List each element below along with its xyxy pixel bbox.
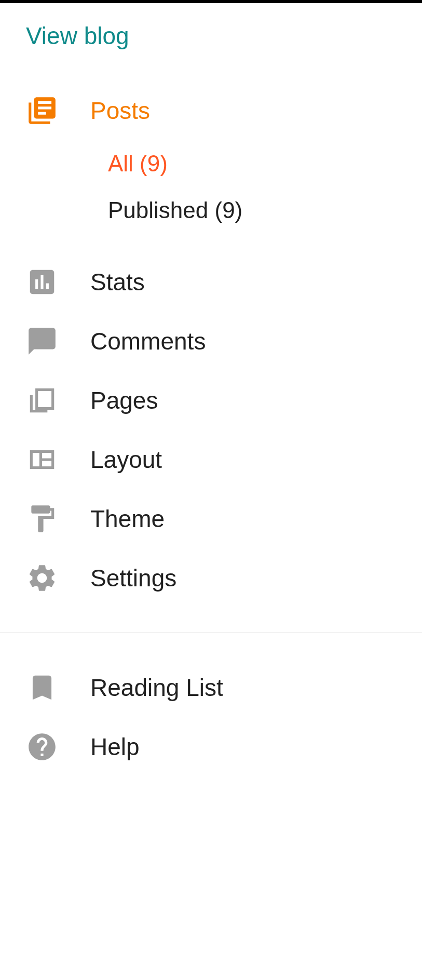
nav-label-posts: Posts [90, 97, 150, 125]
comments-icon [26, 325, 58, 357]
sidebar-nav: View blog Posts All (9) Published (9) St… [0, 3, 422, 776]
subnav-label-all: All (9) [108, 151, 168, 176]
subnav-item-all[interactable]: All (9) [108, 140, 422, 187]
nav-label-reading-list: Reading List [90, 674, 223, 702]
separator [0, 633, 422, 633]
nav-label-stats: Stats [90, 268, 145, 296]
nav-item-comments[interactable]: Comments [0, 312, 422, 371]
nav-label-theme: Theme [90, 505, 165, 533]
nav-item-stats[interactable]: Stats [0, 252, 422, 312]
stats-icon [26, 266, 58, 298]
view-blog-container: View blog [0, 22, 422, 50]
view-blog-link[interactable]: View blog [26, 22, 129, 49]
gear-icon [26, 562, 58, 594]
nav-label-settings: Settings [90, 564, 176, 592]
nav-item-layout[interactable]: Layout [0, 430, 422, 489]
nav-label-pages: Pages [90, 386, 158, 414]
posts-icon [26, 95, 58, 127]
nav-label-help: Help [90, 733, 140, 761]
nav-item-theme[interactable]: Theme [0, 489, 422, 548]
layout-icon [26, 444, 58, 476]
nav-item-posts[interactable]: Posts [0, 81, 422, 140]
nav-label-comments: Comments [90, 327, 206, 355]
subnav-item-published[interactable]: Published (9) [108, 187, 422, 234]
nav-item-help[interactable]: Help [0, 717, 422, 776]
nav-item-pages[interactable]: Pages [0, 371, 422, 430]
nav-item-reading-list[interactable]: Reading List [0, 658, 422, 717]
posts-subnav: All (9) Published (9) [0, 140, 422, 234]
bookmark-icon [26, 672, 58, 704]
help-icon [26, 731, 58, 763]
spacer [0, 234, 422, 252]
nav-item-settings[interactable]: Settings [0, 548, 422, 608]
pages-icon [26, 384, 58, 417]
nav-label-layout: Layout [90, 446, 162, 474]
theme-icon [26, 503, 58, 535]
subnav-label-published: Published (9) [108, 197, 242, 223]
